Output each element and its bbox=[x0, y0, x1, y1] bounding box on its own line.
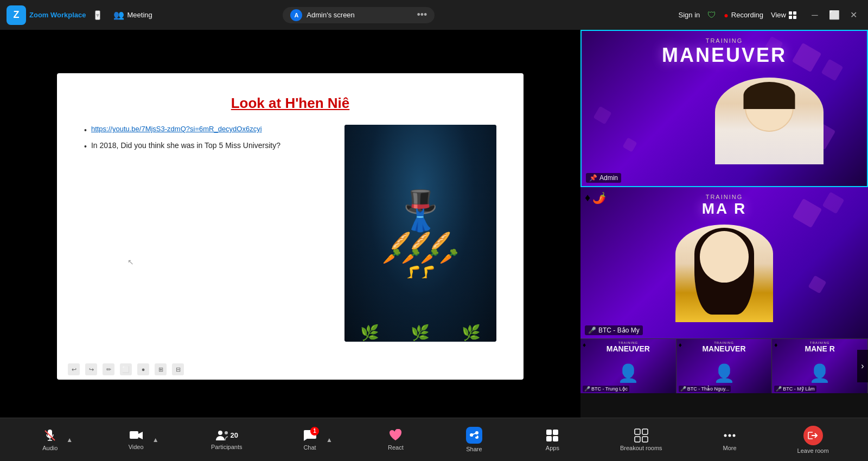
thumb2-person: 👤 bbox=[713, 363, 735, 383]
meeting-button[interactable]: 👥 Meeting bbox=[109, 8, 157, 22]
leave-room-button[interactable]: Leave room bbox=[792, 422, 834, 457]
recording-label: Recording bbox=[731, 11, 763, 19]
thumb1-diamond-icon: ♦️ bbox=[583, 341, 586, 349]
thumb2-name: BTC - Thảo Nguy... bbox=[687, 386, 730, 392]
baomy-maneuver: MA R bbox=[702, 200, 747, 217]
chili-icon: 🌶️ bbox=[592, 191, 606, 204]
thumb2-label: 🎤 BTC - Thảo Nguy... bbox=[679, 386, 731, 392]
apps-btn[interactable]: Apps bbox=[536, 425, 569, 454]
slide-title: Look at H'hen Niê bbox=[84, 95, 496, 112]
more-btn[interactable]: More bbox=[713, 425, 746, 454]
recording-indicator: ● Recording bbox=[724, 11, 763, 20]
svg-rect-10 bbox=[635, 429, 640, 434]
video-btn[interactable]: Video bbox=[120, 426, 152, 453]
slide-tool-7[interactable]: ⊟ bbox=[172, 363, 184, 375]
zoom-dropdown-btn[interactable]: ▾ bbox=[95, 10, 100, 20]
slide-bullet-2-text: In 2018, Did you think she was in Top 5 … bbox=[91, 141, 280, 150]
video-group: Video ▲ bbox=[120, 426, 160, 453]
chat-label: Chat bbox=[303, 444, 316, 451]
admin-mic-icon: 📌 bbox=[589, 174, 597, 182]
thumb-thao-nguy[interactable]: ♦️ TRAINING MANEUVER 👤 🎤 BTC - Thảo Nguy… bbox=[676, 339, 773, 393]
thumb-my-lam[interactable]: ♦️ TRAINING MANE R 👤 🎤 BTC - Mỹ Lâm bbox=[772, 339, 868, 393]
screen-share-pill: A Admin's screen ••• bbox=[283, 7, 435, 23]
video-label: Video bbox=[129, 444, 144, 450]
participants-icon: 20 bbox=[215, 430, 238, 441]
thumb3-maneuver: MANE R bbox=[805, 344, 835, 353]
minimize-button[interactable]: ─ bbox=[807, 8, 822, 23]
svg-rect-13 bbox=[642, 437, 648, 442]
top-right-controls: Sign in 🛡 ● Recording View ─ ⬜ ✕ bbox=[679, 8, 861, 23]
screen-share-avatar: A bbox=[290, 9, 302, 21]
thumb1-mic-icon: 🎤 bbox=[584, 386, 590, 392]
thumbnails-next-btn[interactable]: › bbox=[857, 350, 868, 382]
svg-rect-12 bbox=[635, 437, 640, 442]
slide-text: • https://youtu.be/7MjsS3-zdmQ?si=6mR_de… bbox=[84, 125, 334, 342]
apps-label: Apps bbox=[546, 445, 559, 451]
thumb1-name: BTC - Trung Lộc bbox=[591, 386, 628, 392]
leave-icon bbox=[803, 426, 823, 445]
react-btn[interactable]: React bbox=[379, 426, 412, 454]
share-icon bbox=[466, 427, 482, 444]
sign-in-button[interactable]: Sign in bbox=[679, 11, 700, 19]
zoom-logo: Z Zoom Workplace bbox=[7, 5, 86, 25]
screen-share-more-btn[interactable]: ••• bbox=[417, 9, 427, 21]
svg-rect-11 bbox=[642, 429, 648, 434]
slide-tool-2[interactable]: ↪ bbox=[85, 363, 97, 375]
slide-tool-3[interactable]: ✏ bbox=[103, 363, 114, 375]
bottom-toolbar: Audio ▲ Video ▲ 20 Particip bbox=[0, 418, 868, 461]
admin-name: Admin bbox=[599, 174, 618, 182]
share-label: Share bbox=[466, 446, 482, 452]
btc-baomy-video-tile: ♦️ 🌶️ TRAINING MA R bbox=[580, 187, 868, 339]
video-caret-btn[interactable]: ▲ bbox=[151, 436, 160, 444]
leave-label: Leave room bbox=[797, 447, 829, 454]
audio-btn[interactable]: Audio bbox=[34, 425, 66, 454]
slide-link[interactable]: https://youtu.be/7MjsS3-zdmQ?si=6mR_decy… bbox=[91, 125, 262, 133]
meeting-label: Meeting bbox=[127, 11, 152, 19]
window-controls: ─ ⬜ ✕ bbox=[807, 8, 861, 23]
diamond-icon: ♦️ bbox=[585, 191, 590, 204]
thumb3-name: BTC - Mỹ Lâm bbox=[783, 386, 815, 392]
view-button[interactable]: View bbox=[771, 11, 796, 19]
chat-group: 1 Chat ▲ bbox=[293, 426, 334, 454]
more-label: More bbox=[723, 445, 737, 451]
admin-training-text: TRAINING MANEUVER bbox=[662, 37, 787, 67]
thumb1-label: 🎤 BTC - Trung Lộc bbox=[583, 386, 629, 392]
share-btn[interactable]: Share bbox=[458, 424, 490, 456]
maximize-button[interactable]: ⬜ bbox=[827, 8, 842, 23]
breakout-icon bbox=[634, 428, 648, 443]
apps-icon bbox=[545, 428, 559, 443]
view-label: View bbox=[771, 11, 786, 19]
zoom-app-name: Zoom Workplace bbox=[29, 11, 86, 20]
svg-rect-8 bbox=[546, 436, 552, 441]
thumb2-diamond-icon: ♦️ bbox=[679, 341, 682, 349]
svg-point-14 bbox=[724, 434, 727, 437]
participants-btn[interactable]: 20 Participants bbox=[206, 426, 247, 453]
grid-icon bbox=[789, 11, 796, 19]
breakout-btn[interactable]: Breakout rooms bbox=[615, 425, 668, 454]
slide-tool-1[interactable]: ↩ bbox=[68, 363, 80, 375]
slide-tool-5[interactable]: ● bbox=[137, 363, 149, 375]
thumb3-person: 👤 bbox=[809, 363, 831, 383]
participants-count: 20 bbox=[231, 431, 238, 439]
audio-caret-btn[interactable]: ▲ bbox=[65, 436, 74, 444]
slide-bullet-2: • In 2018, Did you think she was in Top … bbox=[84, 141, 334, 151]
slide-container: Look at H'hen Niê • https://youtu.be/7Mj… bbox=[57, 73, 524, 380]
chat-caret-btn[interactable]: ▲ bbox=[325, 436, 334, 444]
thumb-trung-loc[interactable]: ♦️ TRAINING MANEUVER 👤 🎤 BTC - Trung Lộc bbox=[580, 339, 676, 393]
thumbnails-row: ♦️ TRAINING MANEUVER 👤 🎤 BTC - Trung Lộc bbox=[580, 339, 868, 393]
slide-tool-4[interactable]: ⬜ bbox=[120, 363, 132, 375]
thumb3-mic-icon: 🎤 bbox=[776, 386, 782, 392]
slide-tool-6[interactable]: ⊞ bbox=[155, 363, 167, 375]
admin-training-sub: TRAINING bbox=[662, 37, 787, 44]
thumb3-label: 🎤 BTC - Mỹ Lâm bbox=[774, 386, 816, 392]
admin-video-label: 📌 Admin bbox=[586, 173, 621, 183]
chat-btn[interactable]: 1 Chat bbox=[293, 426, 326, 454]
top-bar: Z Zoom Workplace ▾ 👥 Meeting A Admin's s… bbox=[0, 0, 868, 30]
react-icon bbox=[388, 429, 403, 442]
audio-group: Audio ▲ bbox=[34, 425, 74, 454]
thumb2-mic-icon: 🎤 bbox=[680, 386, 686, 392]
svg-rect-6 bbox=[546, 430, 552, 435]
close-button[interactable]: ✕ bbox=[846, 8, 861, 23]
svg-rect-7 bbox=[553, 430, 558, 435]
baomy-training-text: TRAINING MA R bbox=[702, 194, 747, 217]
